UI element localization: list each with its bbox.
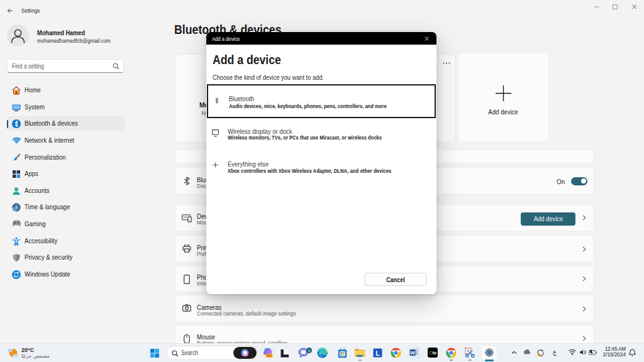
svg-text:tv: tv [430,350,437,356]
svg-text:L: L [375,349,380,356]
svg-text:W: W [410,350,415,356]
svg-text:PDF: PDF [266,354,272,358]
